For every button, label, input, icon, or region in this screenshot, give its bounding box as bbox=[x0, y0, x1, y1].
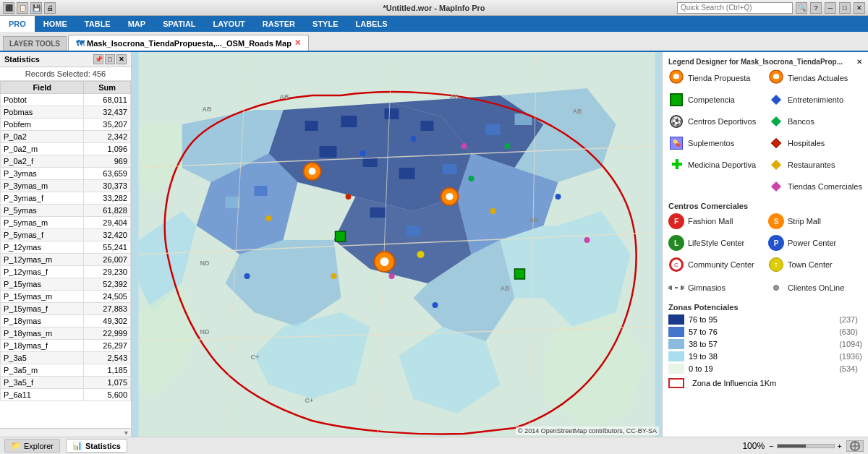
table-row[interactable]: P_5ymas_m29,404 bbox=[1, 217, 131, 229]
table-row[interactable]: P_15ymas52,392 bbox=[1, 278, 131, 291]
table-row[interactable]: P_6a115,600 bbox=[1, 389, 131, 401]
table-row[interactable]: P_15ymas_f27,883 bbox=[1, 303, 131, 315]
table-row[interactable]: P_5ymas_f32,420 bbox=[1, 229, 131, 241]
zona-0-19-box bbox=[668, 364, 684, 374]
sum-cell: 22,999 bbox=[84, 327, 131, 340]
app-icon-1[interactable]: ⬛ bbox=[3, 2, 14, 14]
search-input[interactable] bbox=[677, 2, 793, 14]
soccer-ball-icon: ⚽ bbox=[668, 113, 684, 129]
col-sum: Sum bbox=[84, 82, 131, 94]
zoom-plus-btn[interactable]: + bbox=[838, 442, 842, 450]
field-cell: P_3ymas_f bbox=[1, 192, 84, 205]
svg-point-63 bbox=[505, 143, 511, 149]
legend-item-tiendas-actuales: Tiendas Actuales bbox=[768, 70, 862, 86]
legend-main-items: Tienda Propuesta Tiendas Actuales Compet… bbox=[668, 70, 862, 197]
table-row[interactable]: P_12ymas_m26,007 bbox=[1, 254, 131, 266]
table-row[interactable]: P_3ymas_f33,282 bbox=[1, 192, 131, 205]
menu-pro[interactable]: PRO bbox=[0, 16, 35, 32]
stats-float-btn[interactable]: □ bbox=[105, 54, 115, 64]
svg-rect-28 bbox=[370, 207, 386, 218]
zona-76-95-box bbox=[668, 314, 684, 325]
app-icon-3[interactable]: 💾 bbox=[30, 2, 42, 14]
menu-map[interactable]: MAP bbox=[119, 16, 154, 32]
maximize-icon[interactable]: □ bbox=[839, 2, 851, 14]
search-bar[interactable]: 🔍 ? ─ □ ✕ bbox=[677, 2, 865, 14]
col-field: Field bbox=[1, 82, 84, 94]
table-row[interactable]: P_0a2_f969 bbox=[1, 155, 131, 168]
legend-label-suplementos: Suplementos bbox=[688, 139, 734, 147]
table-row[interactable]: P_3ymas_m30,373 bbox=[1, 180, 131, 192]
minimize-icon[interactable]: ─ bbox=[825, 2, 836, 14]
menu-layout[interactable]: LAYOUT bbox=[205, 16, 254, 32]
statistics-header: Statistics 📌 □ ✕ bbox=[0, 52, 131, 67]
map-tab-close[interactable]: ✕ bbox=[294, 38, 301, 48]
statistics-panel: Statistics 📌 □ ✕ Records Selected: 456 F… bbox=[0, 52, 132, 437]
explorer-tab[interactable]: 📁 Explorer bbox=[4, 439, 60, 453]
legend-item-competencia: Competencia bbox=[668, 92, 762, 108]
statusbar-left: 📁 Explorer 📊 Statistics bbox=[4, 439, 127, 453]
app-icon-2[interactable]: 📋 bbox=[17, 2, 28, 14]
svg-text:AB: AB bbox=[529, 216, 539, 223]
table-row[interactable]: P_18ymas_f26,297 bbox=[1, 340, 131, 352]
legend-close-btn[interactable]: ✕ bbox=[856, 58, 862, 66]
svg-point-53 bbox=[309, 168, 316, 175]
legend-item-hospitales: Hospitales bbox=[768, 135, 862, 151]
menu-spatial[interactable]: SPATIAL bbox=[154, 16, 204, 32]
svg-rect-26 bbox=[486, 124, 501, 135]
svg-point-57 bbox=[411, 136, 417, 142]
table-row[interactable]: Pobtot68,011 bbox=[1, 94, 131, 106]
menu-raster[interactable]: RASTER bbox=[254, 16, 304, 32]
sum-cell: 49,302 bbox=[84, 315, 131, 327]
table-row[interactable]: P_3ymas63,659 bbox=[1, 168, 131, 180]
stats-pin-btn[interactable]: 📌 bbox=[93, 54, 103, 64]
table-row[interactable]: P_3a5_f1,075 bbox=[1, 377, 131, 389]
zona-0-19-count: (534) bbox=[839, 364, 862, 373]
layer-tools-tab[interactable]: LAYER TOOLS bbox=[3, 36, 67, 51]
table-row[interactable]: P_12ymas_f29,230 bbox=[1, 266, 131, 278]
field-cell: P_15ymas bbox=[1, 278, 84, 291]
table-row[interactable]: P_15ymas_m24,505 bbox=[1, 291, 131, 303]
map-container[interactable]: AB AB AB AB AB AB ND ND C+ C+ bbox=[132, 52, 662, 437]
table-row[interactable]: P_3a52,543 bbox=[1, 352, 131, 364]
table-row[interactable]: P_18ymas_m22,999 bbox=[1, 327, 131, 340]
table-row[interactable]: P_5ymas61,828 bbox=[1, 205, 131, 217]
menu-home[interactable]: HOME bbox=[35, 16, 76, 32]
legend-item-gimnasios: Gimnasios bbox=[668, 280, 762, 296]
diamond-red-icon bbox=[768, 135, 784, 151]
table-row[interactable]: P_18ymas49,302 bbox=[1, 315, 131, 327]
legend-label-clientes-online: Clientes OnLine bbox=[788, 283, 844, 292]
menu-table[interactable]: TABLE bbox=[76, 16, 119, 32]
legend-label-tiendas-actuales: Tiendas Actuales bbox=[788, 74, 848, 82]
svg-point-66 bbox=[417, 251, 425, 258]
nav-icon[interactable] bbox=[846, 440, 864, 452]
field-cell: P_12ymas bbox=[1, 241, 84, 254]
table-row[interactable]: P_0a2_m1,096 bbox=[1, 143, 131, 155]
map-tab[interactable]: 🗺 Mask_Isocrona_TiendaPropuesta,..._OSM_… bbox=[68, 35, 309, 51]
table-row[interactable]: P_12ymas55,241 bbox=[1, 241, 131, 254]
legend-label-competencia: Competencia bbox=[688, 95, 735, 104]
legend-label-town-center: Town Center bbox=[788, 260, 833, 269]
statistics-tab-bottom[interactable]: 📊 Statistics bbox=[66, 439, 127, 453]
stats-scrollbar[interactable]: ▼ bbox=[0, 428, 131, 437]
table-row[interactable]: P_3a5_m1,185 bbox=[1, 364, 131, 377]
menu-labels[interactable]: LABELS bbox=[347, 16, 396, 32]
zoom-bar[interactable] bbox=[777, 444, 835, 448]
table-row[interactable]: P_0a22,342 bbox=[1, 131, 131, 143]
menu-style[interactable]: STYLE bbox=[304, 16, 346, 32]
close-icon[interactable]: ✕ bbox=[854, 2, 865, 14]
svg-rect-30 bbox=[255, 186, 268, 196]
sum-cell: 30,373 bbox=[84, 180, 131, 192]
zoom-minus-btn[interactable]: − bbox=[769, 442, 773, 450]
sum-cell: 5,600 bbox=[84, 389, 131, 401]
app-icon-4[interactable]: 🖨 bbox=[44, 2, 56, 14]
diamond-yellow-icon bbox=[768, 157, 784, 173]
help-icon[interactable]: ? bbox=[810, 2, 822, 14]
table-row[interactable]: Pobfem35,207 bbox=[1, 119, 131, 131]
table-row[interactable]: Pobmas32,437 bbox=[1, 106, 131, 119]
svg-text:AB: AB bbox=[450, 93, 459, 100]
svg-point-62 bbox=[433, 302, 438, 308]
stats-close-btn[interactable]: ✕ bbox=[116, 54, 127, 64]
search-icon[interactable]: 🔍 bbox=[796, 2, 807, 14]
field-cell: P_12ymas_m bbox=[1, 254, 84, 266]
svg-rect-51 bbox=[515, 269, 525, 279]
